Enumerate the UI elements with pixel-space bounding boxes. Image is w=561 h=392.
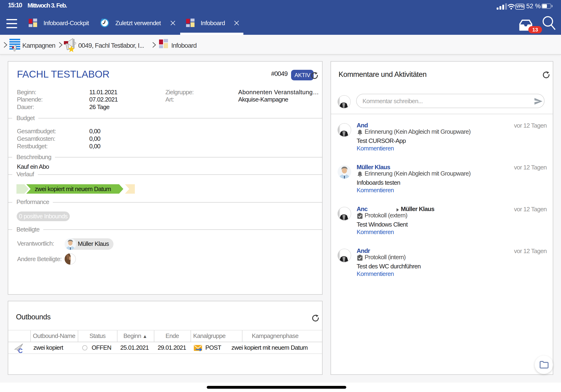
svg-text:C: C (18, 347, 23, 353)
